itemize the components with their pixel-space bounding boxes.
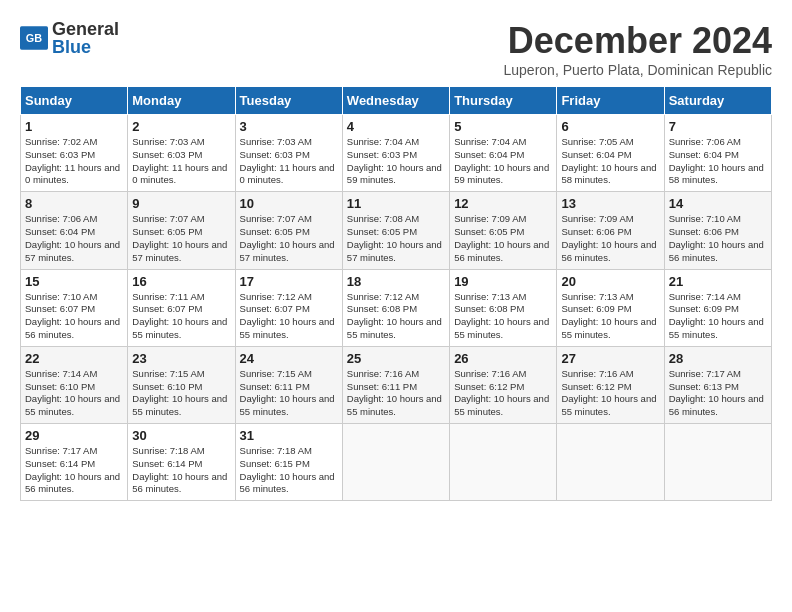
calendar-day-cell: 29Sunrise: 7:17 AMSunset: 6:14 PMDayligh… (21, 424, 128, 501)
day-sun-info: Sunrise: 7:09 AMSunset: 6:05 PMDaylight:… (454, 213, 552, 264)
day-number: 9 (132, 196, 230, 211)
day-number: 12 (454, 196, 552, 211)
weekday-header-monday: Monday (128, 87, 235, 115)
calendar-day-cell: 1Sunrise: 7:02 AMSunset: 6:03 PMDaylight… (21, 115, 128, 192)
calendar-day-cell: 3Sunrise: 7:03 AMSunset: 6:03 PMDaylight… (235, 115, 342, 192)
day-number: 2 (132, 119, 230, 134)
subtitle: Luperon, Puerto Plata, Dominican Republi… (504, 62, 773, 78)
day-number: 26 (454, 351, 552, 366)
calendar-day-cell: 28Sunrise: 7:17 AMSunset: 6:13 PMDayligh… (664, 346, 771, 423)
weekday-header-friday: Friday (557, 87, 664, 115)
calendar-empty-cell (557, 424, 664, 501)
day-number: 4 (347, 119, 445, 134)
day-number: 21 (669, 274, 767, 289)
calendar-day-cell: 27Sunrise: 7:16 AMSunset: 6:12 PMDayligh… (557, 346, 664, 423)
day-number: 17 (240, 274, 338, 289)
day-number: 20 (561, 274, 659, 289)
day-number: 14 (669, 196, 767, 211)
calendar-week-row: 15Sunrise: 7:10 AMSunset: 6:07 PMDayligh… (21, 269, 772, 346)
weekday-header-sunday: Sunday (21, 87, 128, 115)
day-number: 3 (240, 119, 338, 134)
day-number: 27 (561, 351, 659, 366)
day-sun-info: Sunrise: 7:15 AMSunset: 6:11 PMDaylight:… (240, 368, 338, 419)
day-sun-info: Sunrise: 7:10 AMSunset: 6:06 PMDaylight:… (669, 213, 767, 264)
calendar-day-cell: 8Sunrise: 7:06 AMSunset: 6:04 PMDaylight… (21, 192, 128, 269)
day-number: 11 (347, 196, 445, 211)
day-number: 16 (132, 274, 230, 289)
calendar-day-cell: 2Sunrise: 7:03 AMSunset: 6:03 PMDaylight… (128, 115, 235, 192)
day-number: 25 (347, 351, 445, 366)
calendar-day-cell: 31Sunrise: 7:18 AMSunset: 6:15 PMDayligh… (235, 424, 342, 501)
svg-text:GB: GB (26, 32, 42, 44)
calendar-week-row: 22Sunrise: 7:14 AMSunset: 6:10 PMDayligh… (21, 346, 772, 423)
day-sun-info: Sunrise: 7:13 AMSunset: 6:08 PMDaylight:… (454, 291, 552, 342)
day-sun-info: Sunrise: 7:03 AMSunset: 6:03 PMDaylight:… (240, 136, 338, 187)
day-number: 18 (347, 274, 445, 289)
day-sun-info: Sunrise: 7:15 AMSunset: 6:10 PMDaylight:… (132, 368, 230, 419)
day-sun-info: Sunrise: 7:09 AMSunset: 6:06 PMDaylight:… (561, 213, 659, 264)
day-number: 1 (25, 119, 123, 134)
day-number: 5 (454, 119, 552, 134)
calendar-day-cell: 12Sunrise: 7:09 AMSunset: 6:05 PMDayligh… (450, 192, 557, 269)
weekday-header-row: SundayMondayTuesdayWednesdayThursdayFrid… (21, 87, 772, 115)
weekday-header-wednesday: Wednesday (342, 87, 449, 115)
month-title: December 2024 (504, 20, 773, 62)
day-number: 13 (561, 196, 659, 211)
calendar-week-row: 8Sunrise: 7:06 AMSunset: 6:04 PMDaylight… (21, 192, 772, 269)
logo: GB General Blue (20, 20, 119, 56)
day-number: 7 (669, 119, 767, 134)
calendar-day-cell: 5Sunrise: 7:04 AMSunset: 6:04 PMDaylight… (450, 115, 557, 192)
day-number: 6 (561, 119, 659, 134)
calendar-day-cell: 10Sunrise: 7:07 AMSunset: 6:05 PMDayligh… (235, 192, 342, 269)
day-sun-info: Sunrise: 7:16 AMSunset: 6:12 PMDaylight:… (454, 368, 552, 419)
day-number: 8 (25, 196, 123, 211)
day-sun-info: Sunrise: 7:08 AMSunset: 6:05 PMDaylight:… (347, 213, 445, 264)
calendar-day-cell: 26Sunrise: 7:16 AMSunset: 6:12 PMDayligh… (450, 346, 557, 423)
day-sun-info: Sunrise: 7:07 AMSunset: 6:05 PMDaylight:… (132, 213, 230, 264)
day-number: 22 (25, 351, 123, 366)
day-sun-info: Sunrise: 7:16 AMSunset: 6:11 PMDaylight:… (347, 368, 445, 419)
calendar-week-row: 1Sunrise: 7:02 AMSunset: 6:03 PMDaylight… (21, 115, 772, 192)
calendar-day-cell: 4Sunrise: 7:04 AMSunset: 6:03 PMDaylight… (342, 115, 449, 192)
day-number: 31 (240, 428, 338, 443)
calendar-day-cell: 18Sunrise: 7:12 AMSunset: 6:08 PMDayligh… (342, 269, 449, 346)
day-sun-info: Sunrise: 7:14 AMSunset: 6:10 PMDaylight:… (25, 368, 123, 419)
day-sun-info: Sunrise: 7:06 AMSunset: 6:04 PMDaylight:… (25, 213, 123, 264)
day-sun-info: Sunrise: 7:05 AMSunset: 6:04 PMDaylight:… (561, 136, 659, 187)
calendar-empty-cell (342, 424, 449, 501)
day-number: 10 (240, 196, 338, 211)
day-number: 23 (132, 351, 230, 366)
calendar-day-cell: 19Sunrise: 7:13 AMSunset: 6:08 PMDayligh… (450, 269, 557, 346)
logo-icon: GB (20, 26, 48, 50)
day-number: 19 (454, 274, 552, 289)
day-sun-info: Sunrise: 7:18 AMSunset: 6:15 PMDaylight:… (240, 445, 338, 496)
calendar-day-cell: 23Sunrise: 7:15 AMSunset: 6:10 PMDayligh… (128, 346, 235, 423)
calendar-week-row: 29Sunrise: 7:17 AMSunset: 6:14 PMDayligh… (21, 424, 772, 501)
day-number: 28 (669, 351, 767, 366)
calendar-day-cell: 16Sunrise: 7:11 AMSunset: 6:07 PMDayligh… (128, 269, 235, 346)
weekday-header-tuesday: Tuesday (235, 87, 342, 115)
calendar-day-cell: 11Sunrise: 7:08 AMSunset: 6:05 PMDayligh… (342, 192, 449, 269)
weekday-header-thursday: Thursday (450, 87, 557, 115)
day-number: 15 (25, 274, 123, 289)
day-sun-info: Sunrise: 7:17 AMSunset: 6:13 PMDaylight:… (669, 368, 767, 419)
calendar-day-cell: 9Sunrise: 7:07 AMSunset: 6:05 PMDaylight… (128, 192, 235, 269)
calendar-day-cell: 30Sunrise: 7:18 AMSunset: 6:14 PMDayligh… (128, 424, 235, 501)
calendar-day-cell: 15Sunrise: 7:10 AMSunset: 6:07 PMDayligh… (21, 269, 128, 346)
day-sun-info: Sunrise: 7:07 AMSunset: 6:05 PMDaylight:… (240, 213, 338, 264)
day-sun-info: Sunrise: 7:13 AMSunset: 6:09 PMDaylight:… (561, 291, 659, 342)
calendar-day-cell: 20Sunrise: 7:13 AMSunset: 6:09 PMDayligh… (557, 269, 664, 346)
calendar-day-cell: 14Sunrise: 7:10 AMSunset: 6:06 PMDayligh… (664, 192, 771, 269)
calendar-empty-cell (664, 424, 771, 501)
page-header: GB General Blue December 2024 Luperon, P… (20, 20, 772, 78)
day-sun-info: Sunrise: 7:18 AMSunset: 6:14 PMDaylight:… (132, 445, 230, 496)
weekday-header-saturday: Saturday (664, 87, 771, 115)
calendar-day-cell: 17Sunrise: 7:12 AMSunset: 6:07 PMDayligh… (235, 269, 342, 346)
day-sun-info: Sunrise: 7:12 AMSunset: 6:08 PMDaylight:… (347, 291, 445, 342)
day-sun-info: Sunrise: 7:17 AMSunset: 6:14 PMDaylight:… (25, 445, 123, 496)
calendar-empty-cell (450, 424, 557, 501)
day-number: 30 (132, 428, 230, 443)
day-sun-info: Sunrise: 7:10 AMSunset: 6:07 PMDaylight:… (25, 291, 123, 342)
day-number: 29 (25, 428, 123, 443)
calendar-day-cell: 24Sunrise: 7:15 AMSunset: 6:11 PMDayligh… (235, 346, 342, 423)
